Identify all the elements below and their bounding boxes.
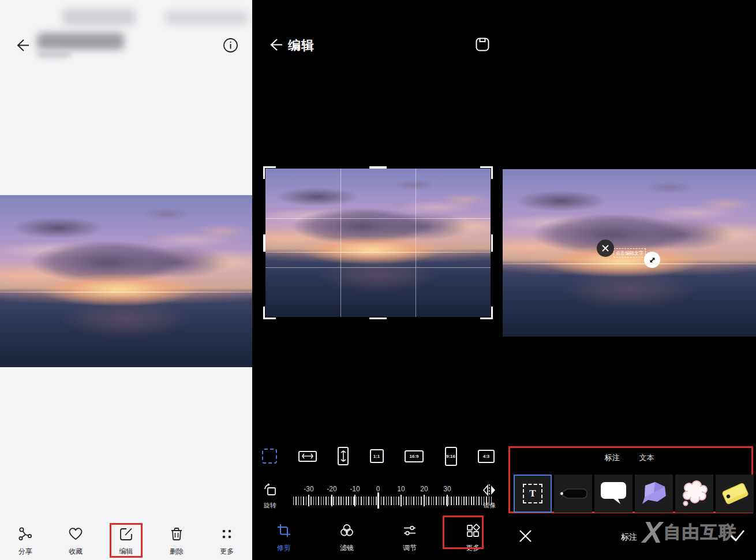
- aspect-1-1[interactable]: 1:1: [370, 449, 384, 463]
- annotation-resize-badge[interactable]: [644, 252, 660, 268]
- crop-grid-line: [265, 218, 491, 219]
- crop-handle-top-left[interactable]: [263, 166, 276, 179]
- style-text-box[interactable]: T: [514, 475, 552, 513]
- speech-bubble-icon: [600, 481, 627, 506]
- delete-label: 删除: [170, 547, 184, 557]
- watermark-logo: X: [642, 517, 661, 547]
- tab-crop-label: 修剪: [277, 543, 291, 553]
- polygon-bubble-icon: [640, 481, 668, 506]
- ruler-tick-label: 30: [443, 485, 451, 493]
- info-icon[interactable]: [223, 38, 238, 55]
- more-grid-icon: [465, 523, 480, 540]
- ruler-tick-label: -10: [350, 485, 360, 493]
- aspect-free-crop[interactable]: [262, 449, 277, 464]
- heart-icon: [68, 527, 83, 544]
- crop-handle-top[interactable]: [369, 166, 387, 169]
- more-label: 更多: [220, 547, 234, 557]
- aspect-9-16[interactable]: 9:16: [445, 447, 457, 466]
- vertical-arrows-icon: [338, 447, 349, 465]
- close-icon: [519, 529, 532, 543]
- rotate-label: 旋转: [264, 501, 276, 510]
- ruler-indicator[interactable]: [377, 492, 379, 509]
- crop-handle-left[interactable]: [263, 234, 265, 252]
- crop-grid-line: [340, 169, 341, 317]
- crop-grid-line: [416, 169, 416, 317]
- aspect-horizontal-free[interactable]: [298, 451, 317, 462]
- crop-handle-bottom[interactable]: [369, 318, 387, 320]
- style-yellow-tag[interactable]: [716, 475, 754, 513]
- tab-filter-label: 滤镜: [340, 543, 354, 553]
- favorite-label: 收藏: [69, 547, 83, 557]
- cancel-button[interactable]: [519, 529, 532, 545]
- tab-filter[interactable]: 滤镜: [315, 518, 378, 554]
- watermark-text: 自由互联: [664, 521, 738, 544]
- adjust-icon: [402, 523, 417, 540]
- trash-icon: [169, 527, 184, 544]
- aspect-4-3[interactable]: 4:3: [478, 450, 495, 463]
- ruler-tick-label: 0: [376, 485, 380, 493]
- rotation-ruler[interactable]: -30 -20 -10 0 10 20 30: [293, 485, 493, 513]
- favorite-button[interactable]: 收藏: [50, 521, 100, 560]
- edit-annotation-panel: 点击编辑文字 标注 文本 T: [503, 0, 756, 560]
- photo-sunset-ocean: [265, 169, 491, 317]
- text-annotation-box[interactable]: 点击编辑文字: [613, 248, 646, 257]
- aspect-4-3-label: 4:3: [478, 450, 495, 463]
- more-button[interactable]: 更多: [202, 521, 252, 560]
- edit-button[interactable]: 编辑: [101, 521, 151, 560]
- crop-icon: [276, 523, 291, 540]
- yellow-tag-icon: [719, 479, 750, 508]
- crop-handle-top-right[interactable]: [480, 166, 493, 179]
- aspect-16-9-label: 16:9: [405, 450, 424, 462]
- share-button[interactable]: 分享: [0, 521, 50, 560]
- delete-button[interactable]: 删除: [151, 521, 201, 560]
- tab-text[interactable]: 文本: [639, 453, 654, 463]
- confirm-button[interactable]: [729, 529, 746, 545]
- annotation-style-row: T: [514, 475, 754, 513]
- back-arrow-icon[interactable]: [14, 38, 29, 55]
- mirror-button[interactable]: 镜像: [477, 484, 501, 510]
- style-black-marker[interactable]: [554, 475, 592, 513]
- checkmark-icon: [729, 529, 746, 543]
- crop-handle-bottom-right[interactable]: [480, 307, 493, 319]
- crop-stage[interactable]: [265, 169, 491, 317]
- tab-adjust-label: 调节: [403, 543, 417, 553]
- mirror-icon: [482, 484, 496, 499]
- ruler-tick-label: -20: [327, 485, 336, 493]
- aspect-vertical-free[interactable]: [338, 447, 349, 465]
- horizontal-arrows-icon: [298, 451, 317, 462]
- style-white-speech-bubble[interactable]: [594, 475, 633, 513]
- annotation-tabs: 标注 文本: [503, 453, 756, 463]
- aspect-16-9[interactable]: 16:9: [405, 450, 424, 462]
- annotation-delete-badge[interactable]: [597, 240, 614, 257]
- share-icon: [18, 527, 33, 544]
- blurred-photo-title: [37, 33, 124, 50]
- filter-icon: [339, 523, 354, 540]
- blurred-photo-subtitle: [37, 51, 70, 58]
- crop-grid-line: [265, 267, 491, 268]
- gallery-toolbar: 分享 收藏 编辑 删除 更多: [0, 521, 252, 560]
- tab-annotation[interactable]: 标注: [605, 453, 620, 463]
- edit-label: 编辑: [119, 547, 133, 557]
- back-arrow-icon[interactable]: [267, 37, 283, 55]
- photo-sunset-ocean[interactable]: 点击编辑文字: [503, 169, 756, 337]
- edit-icon: [119, 527, 134, 544]
- save-icon[interactable]: [474, 36, 491, 55]
- page-title: 编辑: [288, 37, 315, 54]
- tab-adjust[interactable]: 调节: [379, 518, 441, 554]
- crop-handle-right[interactable]: [491, 234, 493, 252]
- mode-label: 标注: [621, 532, 637, 543]
- ruler-tick-label: 10: [397, 485, 405, 493]
- style-cloud-bubble[interactable]: [675, 475, 713, 513]
- edit-crop-panel: 编辑 1:1 16:: [252, 0, 504, 560]
- aspect-1-1-label: 1:1: [370, 449, 384, 463]
- photo-sunset-ocean[interactable]: [0, 195, 252, 367]
- crop-handle-bottom-left[interactable]: [263, 307, 276, 319]
- tab-crop[interactable]: 修剪: [252, 518, 315, 554]
- rotate-button[interactable]: 旋转: [257, 483, 283, 510]
- aspect-ratio-row: 1:1 16:9 9:16 4:3: [252, 446, 504, 466]
- style-purple-polygon-bubble[interactable]: [635, 475, 673, 513]
- tab-more[interactable]: 更多: [441, 518, 504, 554]
- tab-more-label: 更多: [466, 543, 480, 553]
- rotate-icon: [263, 483, 277, 499]
- dashed-textbox-icon: T: [523, 484, 542, 503]
